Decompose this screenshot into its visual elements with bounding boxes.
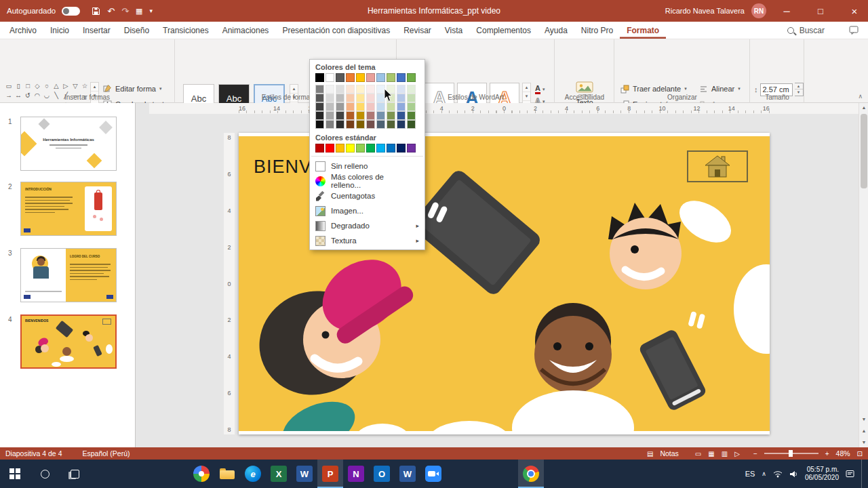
qat-customize-icon[interactable]: ▾ — [149, 8, 153, 14]
ribbon-tab[interactable]: Complementos — [469, 22, 538, 39]
close-button[interactable]: × — [841, 0, 868, 22]
color-swatch[interactable] — [407, 120, 416, 129]
notes-button[interactable]: Notas — [660, 449, 678, 458]
reading-view-icon[interactable]: ▥ — [722, 450, 728, 458]
taskbar-powerpoint-icon[interactable]: P — [317, 460, 343, 488]
color-swatch[interactable] — [387, 120, 395, 129]
color-swatch[interactable] — [326, 144, 334, 152]
color-swatch[interactable] — [356, 85, 365, 94]
color-swatch[interactable] — [315, 85, 324, 94]
comments-icon[interactable] — [849, 26, 859, 35]
color-swatch[interactable] — [397, 85, 406, 94]
shape-icon[interactable]: ▽ — [71, 81, 80, 91]
taskbar-paint-icon[interactable] — [189, 460, 214, 488]
ribbon-tab[interactable]: Insertar — [76, 22, 117, 39]
color-swatch[interactable] — [336, 144, 344, 152]
minimize-button[interactable]: ─ — [773, 0, 800, 22]
shape-icon[interactable]: □ — [23, 81, 33, 91]
color-swatch[interactable] — [407, 144, 416, 152]
redo-icon[interactable]: ↷ — [121, 7, 129, 16]
color-swatch[interactable] — [387, 111, 395, 120]
ribbon-tab[interactable]: Animaciones — [216, 22, 276, 39]
color-swatch[interactable] — [366, 144, 375, 152]
ribbon-tab[interactable]: Archivo — [3, 22, 43, 39]
avatar[interactable]: RN — [751, 3, 766, 18]
color-swatch[interactable] — [326, 102, 334, 111]
color-swatch[interactable] — [315, 94, 324, 102]
color-swatch[interactable] — [376, 120, 385, 129]
color-swatch[interactable] — [315, 144, 324, 152]
color-swatch[interactable] — [397, 144, 406, 152]
previous-slide-icon[interactable]: ▲ — [859, 426, 868, 436]
autosave-toggle[interactable] — [62, 7, 80, 16]
zoom-in-icon[interactable]: + — [825, 450, 829, 458]
search-icon[interactable] — [787, 27, 794, 34]
ribbon-tab[interactable]: Diseño — [117, 22, 156, 39]
slide-thumbnail-3[interactable]: LOGRO DEL CURSO — [20, 248, 117, 302]
color-swatch[interactable] — [366, 85, 375, 94]
color-swatch[interactable] — [336, 120, 344, 129]
color-swatch[interactable] — [326, 111, 334, 120]
color-swatch[interactable] — [356, 111, 365, 120]
color-swatch[interactable] — [336, 111, 344, 120]
next-slide-icon[interactable]: ▼ — [859, 438, 868, 447]
taskbar-outlook-icon[interactable]: O — [369, 460, 395, 488]
color-swatch[interactable] — [407, 85, 416, 94]
color-swatch[interactable] — [407, 94, 416, 102]
maximize-button[interactable]: □ — [807, 0, 834, 22]
taskbar-clock[interactable]: 05:57 p.m. 06/05/2020 — [805, 466, 839, 483]
color-swatch[interactable] — [356, 144, 365, 152]
speaker-icon[interactable] — [789, 470, 798, 478]
color-swatch[interactable] — [315, 120, 324, 129]
color-swatch[interactable] — [356, 94, 365, 102]
color-swatch[interactable] — [387, 73, 395, 82]
color-swatch[interactable] — [376, 144, 385, 152]
undo-icon[interactable]: ↶ — [107, 7, 115, 16]
slideshow-view-icon[interactable]: ▷ — [734, 450, 740, 458]
fill-menu-item[interactable]: Cuentagotas ▸ — [310, 188, 425, 203]
slide-thumbnail-4-selected[interactable]: BIENVENIDOS — [20, 314, 117, 369]
taskbar-search-button[interactable] — [30, 460, 60, 488]
color-swatch[interactable] — [397, 120, 406, 129]
color-swatch[interactable] — [346, 120, 355, 129]
slide-sorter-icon[interactable]: ▦ — [708, 450, 714, 458]
color-swatch[interactable] — [346, 144, 355, 152]
tray-expand-icon[interactable]: ∧ — [762, 470, 766, 477]
taskbar-word-2-icon[interactable]: W — [395, 460, 420, 488]
fill-menu-item[interactable]: Imagen... ▸ — [310, 203, 425, 218]
color-swatch[interactable] — [315, 111, 324, 120]
normal-view-icon[interactable]: ▭ — [695, 450, 701, 458]
ribbon-tab[interactable]: Revisar — [397, 22, 438, 39]
color-swatch[interactable] — [346, 102, 355, 111]
main-scrollbar[interactable]: ▲ ▼ ▲ ▼ — [859, 103, 868, 447]
fill-menu-item[interactable]: Sin relleno ▸ — [310, 159, 425, 174]
color-swatch[interactable] — [336, 73, 344, 82]
taskbar-chrome-icon[interactable] — [518, 460, 544, 488]
color-swatch[interactable] — [326, 85, 334, 94]
shape-icon[interactable]: ▯ — [14, 81, 23, 91]
color-swatch[interactable] — [366, 120, 375, 129]
color-swatch[interactable] — [397, 111, 406, 120]
task-view-button[interactable] — [60, 460, 90, 488]
user-name[interactable]: Ricardo Navea Talavera — [665, 7, 745, 15]
taskbar-edge-icon[interactable]: e — [240, 460, 266, 488]
scrollbar-thumb[interactable] — [861, 114, 867, 188]
show-desktop-button[interactable] — [861, 460, 864, 488]
fill-menu-item[interactable]: Más colores de relleno... ▸ — [310, 174, 425, 188]
taskbar-onenote-icon[interactable]: N — [343, 460, 369, 488]
action-center-icon[interactable] — [846, 470, 854, 478]
color-swatch[interactable] — [356, 120, 365, 129]
ribbon-tab[interactable]: Nitro Pro — [574, 22, 620, 39]
taskbar-file-explorer-icon[interactable] — [214, 460, 240, 488]
ribbon-tab[interactable]: Formato — [620, 22, 666, 39]
color-swatch[interactable] — [356, 73, 365, 82]
keyboard-language[interactable]: ES — [745, 470, 755, 478]
text-fill-button[interactable]: A▾ — [535, 84, 545, 94]
scroll-up-icon[interactable]: ▲ — [859, 103, 868, 113]
taskbar-word-icon[interactable]: W — [292, 460, 317, 488]
start-button[interactable] — [0, 460, 30, 488]
scroll-down-icon[interactable]: ▼ — [859, 415, 868, 424]
color-swatch[interactable] — [397, 94, 406, 102]
zoom-level[interactable]: 48% — [836, 449, 850, 458]
color-swatch[interactable] — [326, 73, 334, 82]
